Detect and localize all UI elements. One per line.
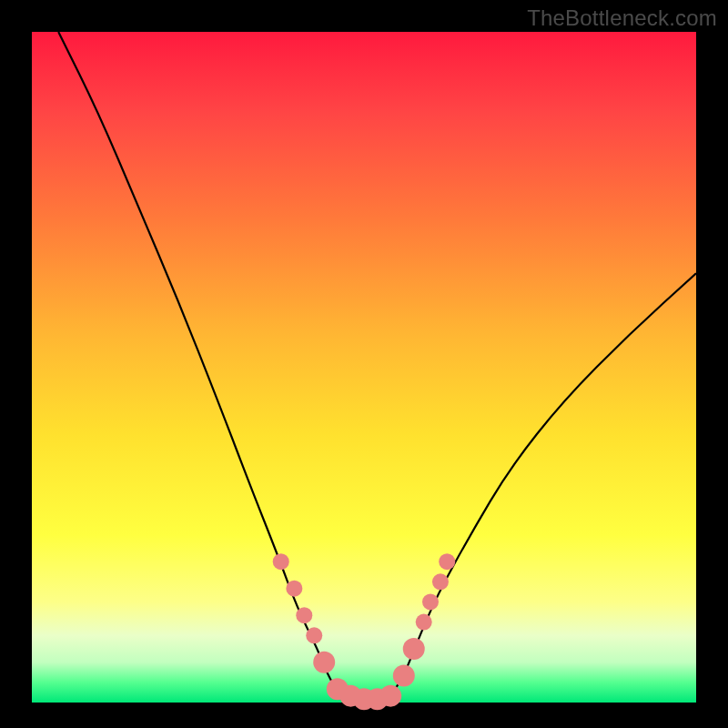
marker-point: [273, 553, 289, 570]
marker-point: [432, 573, 449, 590]
marker-point: [416, 614, 432, 631]
marker-point: [422, 593, 439, 610]
watermark-text: TheBottleneck.com: [527, 5, 717, 31]
marker-point: [286, 581, 302, 597]
marker-point: [439, 553, 455, 570]
highlight-markers: [273, 553, 456, 710]
plot-area: [32, 32, 696, 703]
curve-svg: [32, 32, 696, 703]
marker-point: [306, 627, 322, 643]
marker-point: [393, 665, 415, 687]
bottleneck-curve: [58, 32, 696, 703]
chart-frame: TheBottleneck.com: [0, 0, 728, 728]
marker-point: [313, 652, 335, 673]
marker-point: [296, 607, 312, 623]
marker-point: [379, 685, 401, 707]
marker-point: [403, 638, 425, 660]
